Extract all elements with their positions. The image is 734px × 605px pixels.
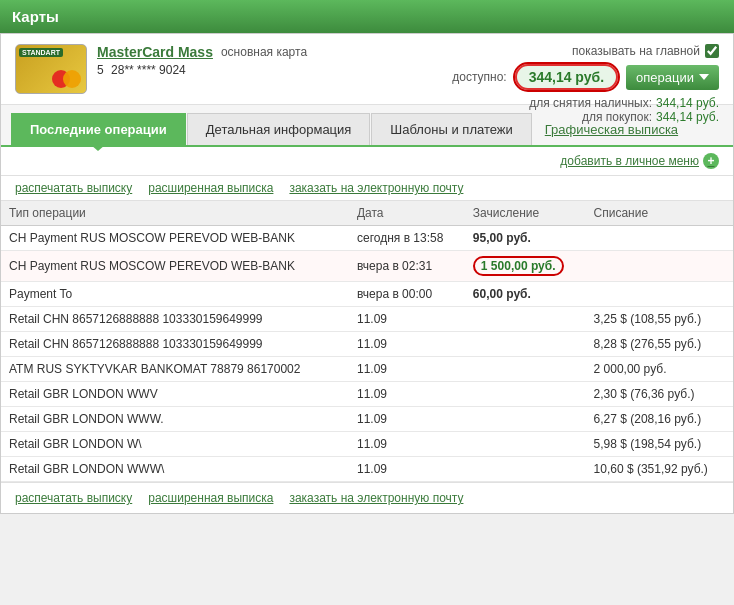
purchase-row: для покупок: 344,14 руб. [582,110,719,124]
extended-link[interactable]: расширенная выписка [148,181,273,195]
table-row: Retail CHN 8657126888888 103330159649999… [1,307,733,332]
cell-debit: 3,25 $ (108,55 руб.) [586,307,733,332]
cell-debit: 2 000,00 руб. [586,357,733,382]
cell-debit: 6,27 $ (208,16 руб.) [586,407,733,432]
card-num-2: 28** **** 9024 [111,63,186,77]
show-main-label: показывать на главной [572,44,700,58]
cell-date: 11.09 [349,382,465,407]
operations-label: операции [636,70,694,85]
operations-arrow-icon [699,74,709,80]
amounts-section: для снятия наличных: 344,14 руб. для пок… [529,96,719,124]
bottom-email-link[interactable]: заказать на электронную почту [289,491,463,505]
cell-operation: Retail GBR LONDON WWW\ [1,457,349,482]
cell-operation: CH Payment RUS MOSCOW PEREVOD WEB-BANK [1,226,349,251]
operations-button[interactable]: операции [626,65,719,90]
col-debit: Списание [586,201,733,226]
table-row: Retail GBR LONDON WWV11.092,30 $ (76,36 … [1,382,733,407]
cell-operation: Payment To [1,282,349,307]
cell-date: 11.09 [349,457,465,482]
show-main-checkbox[interactable] [705,44,719,58]
print-link[interactable]: распечатать выписку [15,181,132,195]
cell-debit: 10,60 $ (351,92 руб.) [586,457,733,482]
tab-recent-operations[interactable]: Последние операции [11,113,186,145]
col-operation: Тип операции [1,201,349,226]
cell-operation: Retail GBR LONDON WWW. [1,407,349,432]
table-row: Payment Toвчера в 00:0060,00 руб. [1,282,733,307]
cell-credit: 95,00 руб. [465,226,586,251]
table-row: ATM RUS SYKTYVKAR BANKOMAT 78879 8617000… [1,357,733,382]
cell-date: 11.09 [349,407,465,432]
cell-debit: 2,30 $ (76,36 руб.) [586,382,733,407]
cell-operation: Retail GBR LONDON W\ [1,432,349,457]
cash-row: для снятия наличных: 344,14 руб. [529,96,719,110]
card-name[interactable]: MasterCard Mass [97,44,213,60]
cell-credit [465,307,586,332]
cell-date: сегодня в 13:58 [349,226,465,251]
cell-credit: 1 500,00 руб. [465,251,586,282]
tab-detail-label: Детальная информация [206,122,352,137]
cell-credit [465,432,586,457]
card-right-section: показывать на главной доступно: 344,14 р… [452,44,719,124]
card-image: STANDART [15,44,87,94]
cell-operation: Retail GBR LONDON WWV [1,382,349,407]
col-credit: Зачисление [465,201,586,226]
table-row: Retail GBR LONDON WWW.11.096,27 $ (208,1… [1,407,733,432]
cash-amount: 344,14 руб. [656,96,719,110]
cell-credit [465,407,586,432]
cell-debit [586,251,733,282]
card-type: основная карта [221,45,307,59]
add-to-menu-link[interactable]: добавить в личное меню + [560,153,719,169]
cell-credit: 60,00 руб. [465,282,586,307]
bottom-print-link[interactable]: распечатать выписку [15,491,132,505]
show-main-row: показывать на главной [572,44,719,58]
cell-date: 11.09 [349,307,465,332]
cell-credit [465,332,586,357]
cell-date: вчера в 00:00 [349,282,465,307]
cell-operation: ATM RUS SYKTYVKAR BANKOMAT 78879 8617000… [1,357,349,382]
card-standart-label: STANDART [19,48,63,57]
table-row: Retail GBR LONDON W\11.095,98 $ (198,54 … [1,432,733,457]
operations-table: Тип операции Дата Зачисление Списание CH… [1,201,733,482]
balance-row: доступно: 344,14 руб. операции [452,64,719,90]
cell-operation: CH Payment RUS MOSCOW PEREVOD WEB-BANK [1,251,349,282]
table-header-row: Тип операции Дата Зачисление Списание [1,201,733,226]
cell-debit [586,226,733,251]
card-num-1: 5 [97,63,104,77]
cell-date: 11.09 [349,332,465,357]
mc-circle-orange [63,70,81,88]
cell-date: вчера в 02:31 [349,251,465,282]
add-to-menu-label: добавить в личное меню [560,154,699,168]
cell-debit [586,282,733,307]
balance-amount: 344,14 руб. [515,64,618,90]
tab-recent-label: Последние операции [30,122,167,137]
table-row: Retail CHN 8657126888888 103330159649999… [1,332,733,357]
cell-debit: 5,98 $ (198,54 руб.) [586,432,733,457]
purchase-amount: 344,14 руб. [656,110,719,124]
tab-templates-label: Шаблоны и платежи [390,122,512,137]
header-title: Карты [12,8,59,25]
bottom-links-bar: распечатать выписку расширенная выписка … [1,482,733,513]
mastercard-logo [52,70,81,88]
cell-operation: Retail CHN 8657126888888 103330159649999 [1,332,349,357]
table-row: CH Payment RUS MOSCOW PEREVOD WEB-BANKвч… [1,251,733,282]
table-row: CH Payment RUS MOSCOW PEREVOD WEB-BANKсе… [1,226,733,251]
links-bar: распечатать выписку расширенная выписка … [1,176,733,201]
tab-detail-info[interactable]: Детальная информация [187,113,371,145]
cell-debit: 8,28 $ (276,55 руб.) [586,332,733,357]
bottom-extended-link[interactable]: расширенная выписка [148,491,273,505]
cash-label: для снятия наличных: [529,96,652,110]
cell-date: 11.09 [349,357,465,382]
cell-credit [465,457,586,482]
available-label: доступно: [452,70,506,84]
email-link[interactable]: заказать на электронную почту [289,181,463,195]
col-date: Дата [349,201,465,226]
cell-operation: Retail CHN 8657126888888 103330159649999 [1,307,349,332]
main-container: STANDART MasterCard Mass основная карта … [0,33,734,514]
cell-date: 11.09 [349,432,465,457]
cell-credit [465,357,586,382]
add-icon: + [703,153,719,169]
cell-credit [465,382,586,407]
purchase-label: для покупок: [582,110,652,124]
table-row: Retail GBR LONDON WWW\11.0910,60 $ (351,… [1,457,733,482]
header-bar: Карты [0,0,734,33]
